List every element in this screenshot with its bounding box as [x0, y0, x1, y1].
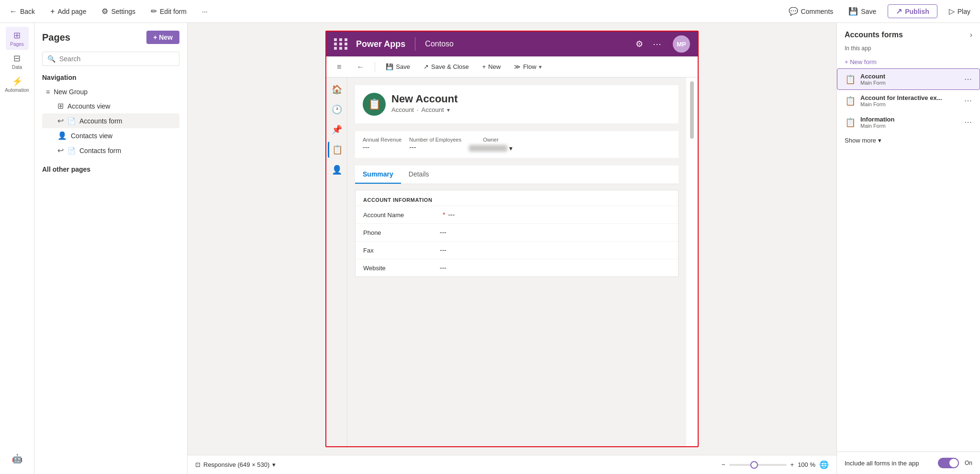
rp-form-type-account-interactive: Main Form	[860, 101, 959, 107]
ft-back-button[interactable]: ←	[352, 61, 369, 73]
sidebar-item-automation[interactable]: ⚡ Automation	[6, 73, 29, 96]
rp-show-more-button[interactable]: Show more ▾	[837, 133, 980, 148]
tab-summary-label: Summary	[363, 170, 393, 178]
rp-new-form-button[interactable]: + New form	[837, 55, 980, 68]
sidebar-item-data[interactable]: ⊟ Data	[6, 50, 29, 73]
owner-value-container: ▾	[469, 144, 512, 152]
save-label: Save	[861, 8, 876, 15]
phone-field-value: ---	[440, 229, 446, 236]
search-input[interactable]	[59, 55, 174, 63]
back-icon: ←	[10, 7, 17, 16]
ft-new-label: New	[488, 63, 501, 70]
ft-save-close-button[interactable]: ↗ Save & Close	[419, 61, 474, 72]
account-type: Account	[391, 106, 414, 113]
rp-form-more-account[interactable]: ⋯	[964, 75, 972, 84]
fn-pin-icon[interactable]: 📌	[329, 121, 345, 138]
globe-icon[interactable]: 🌐	[819, 460, 829, 469]
ft-save-label: Save	[396, 63, 410, 70]
ft-hamburger-button[interactable]: ≡	[332, 61, 348, 73]
play-button[interactable]: ▷ Play	[945, 5, 974, 18]
nav-item-new-group[interactable]: ≡ New Group	[42, 85, 179, 99]
fn-user-icon[interactable]: 👤	[329, 162, 345, 178]
rp-form-info-account-interactive: Account for Interactive ex... Main Form	[860, 94, 959, 107]
sidebar-item-settings[interactable]: 🤖	[6, 447, 29, 470]
rp-title: Accounts forms	[845, 31, 903, 39]
zoom-minus[interactable]: −	[722, 461, 725, 468]
toggle-on-label: On	[965, 460, 972, 466]
edit-form-button[interactable]: ✏ Edit form	[147, 5, 190, 18]
responsive-selector[interactable]: ⊡ Responsive (649 × 530) ▾	[195, 461, 276, 468]
ft-flow-icon: ≫	[514, 63, 521, 70]
field-owner: Owner ▾	[469, 137, 512, 152]
nav-item-contacts-view[interactable]: 👤 Contacts view	[42, 128, 179, 143]
fn-form-icon[interactable]: 📋	[328, 142, 345, 158]
back-button[interactable]: ← Back	[6, 5, 39, 18]
publish-button[interactable]: ↗ Publish	[888, 4, 937, 18]
ft-save-button[interactable]: 💾 Save	[381, 61, 415, 72]
ft-save-close-label: Save & Close	[431, 63, 469, 70]
phone-field-label: Phone	[363, 229, 440, 236]
rp-chevron-icon[interactable]: ›	[970, 31, 972, 39]
add-page-button[interactable]: + Add page	[46, 5, 90, 18]
settings-bot-icon: 🤖	[12, 453, 22, 464]
rp-footer-label: Include all forms in the app	[845, 460, 919, 467]
top-bar-right: 💬 Comments 💾 Save ↗ Publish ▷ Play	[785, 4, 974, 18]
nav-item-accounts-view[interactable]: ⊞ Accounts view	[42, 99, 179, 113]
add-icon: +	[50, 7, 55, 16]
rp-toggle[interactable]	[938, 458, 959, 468]
ft-flow-dropdown-icon: ▾	[539, 64, 542, 70]
rp-show-more-icon: ▾	[878, 137, 881, 144]
waffle-icon[interactable]	[334, 38, 348, 50]
ft-save-icon: 💾	[386, 63, 393, 70]
rp-form-type-information: Main Form	[860, 123, 959, 129]
required-star: *	[443, 211, 445, 219]
play-icon: ▷	[949, 7, 955, 16]
account-name: New Account	[391, 93, 671, 105]
sidebar-data-label: Data	[12, 65, 22, 70]
sidebar-item-pages[interactable]: ⊞ Pages	[6, 27, 29, 50]
comments-button[interactable]: 💬 Comments	[785, 5, 837, 18]
account-sub-type: Account	[422, 106, 444, 113]
rp-form-item-information[interactable]: 📋 Information Main Form ⋯	[837, 111, 980, 133]
new-page-button[interactable]: + New	[146, 31, 179, 44]
scroll-indicator[interactable]	[690, 81, 694, 139]
more-button[interactable]: ···	[198, 6, 212, 17]
fn-recent-icon[interactable]: 🕐	[329, 101, 345, 118]
zoom-plus[interactable]: +	[791, 461, 794, 468]
rp-form-more-account-interactive[interactable]: ⋯	[964, 96, 972, 105]
main-layout: ⊞ Pages ⊟ Data ⚡ Automation 🤖 Pages + Ne…	[0, 23, 980, 474]
save-icon: 💾	[848, 7, 858, 16]
account-dropdown-icon[interactable]: ▾	[447, 107, 450, 113]
data-icon: ⊟	[13, 53, 21, 64]
rp-form-item-account[interactable]: 📋 Account Main Form ⋯	[837, 68, 980, 90]
pa-more-icon[interactable]: ⋯	[653, 39, 661, 49]
pa-gear-icon[interactable]: ⚙	[635, 39, 643, 49]
nav-item-contacts-form[interactable]: ↩ 📄 Contacts form	[42, 143, 179, 158]
field-annual-revenue: Annual Revenue ---	[363, 137, 401, 152]
save-button[interactable]: 💾 Save	[845, 5, 880, 18]
accounts-form-label: Accounts form	[79, 117, 122, 125]
fn-home-icon[interactable]: 🏠	[329, 81, 345, 98]
ft-flow-label: Flow	[523, 63, 536, 70]
owner-dropdown-icon[interactable]: ▾	[509, 144, 512, 152]
tab-details[interactable]: Details	[401, 165, 437, 184]
ft-flow-button[interactable]: ≫ Flow ▾	[509, 61, 546, 72]
account-info: New Account Account · Account ▾	[391, 93, 671, 113]
zoom-slider[interactable]	[729, 464, 787, 466]
right-panel: Accounts forms › In this app + New form …	[836, 23, 980, 474]
tab-summary[interactable]: Summary	[355, 165, 401, 184]
ft-new-button[interactable]: + New	[478, 61, 506, 72]
sidebar-automation-label: Automation	[5, 88, 29, 93]
publish-label: Publish	[905, 8, 929, 15]
form-preview-inner: 🏠 🕐 📌 📋 👤 📋	[326, 77, 698, 446]
publish-icon: ↗	[896, 7, 902, 16]
nav-item-accounts-form[interactable]: ↩ 📄 Accounts form	[42, 113, 179, 128]
settings-button[interactable]: ⚙ Settings	[98, 5, 139, 18]
toggle-thumb	[949, 459, 958, 467]
rp-toggle-container: On	[938, 458, 972, 468]
account-avatar: 📋	[363, 93, 386, 116]
rp-form-more-information[interactable]: ⋯	[964, 118, 972, 127]
section-title: ACCOUNT INFORMATION	[356, 190, 678, 206]
rp-form-item-account-interactive[interactable]: 📋 Account for Interactive ex... Main For…	[837, 90, 980, 111]
fax-field-value: ---	[440, 246, 446, 254]
